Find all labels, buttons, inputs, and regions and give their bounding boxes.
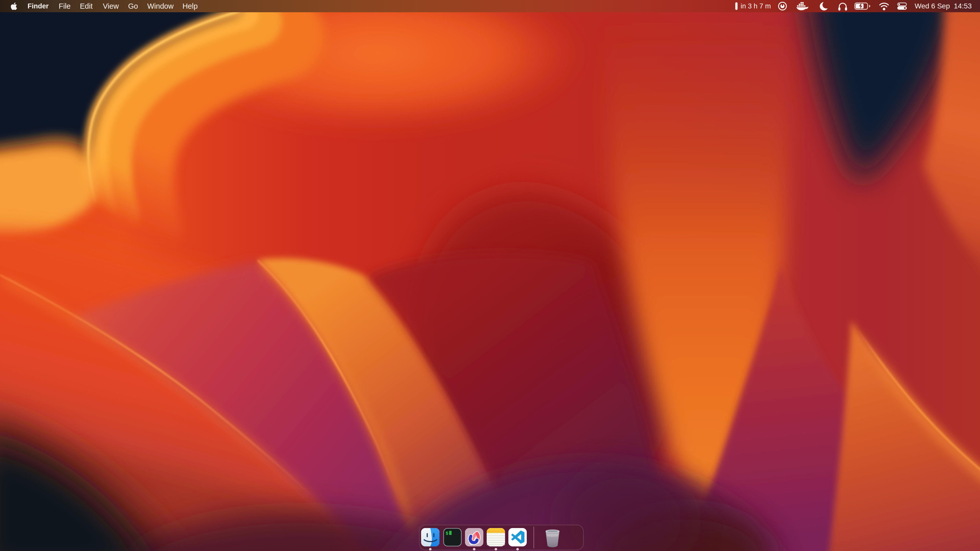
svg-text:$: $ (445, 531, 449, 536)
